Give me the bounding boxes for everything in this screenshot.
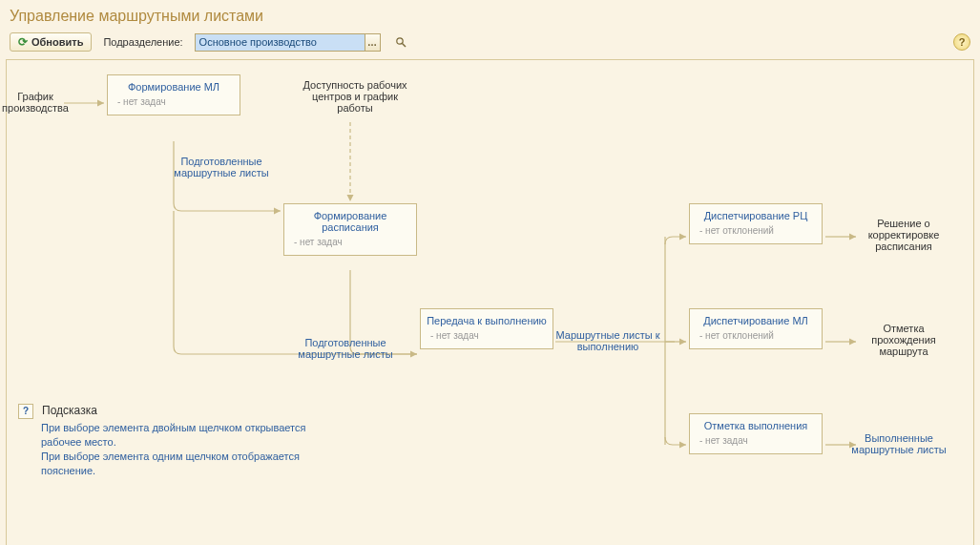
subdivision-combo[interactable]: Основное производство …: [195, 33, 381, 52]
svg-line-1: [402, 44, 406, 48]
hint-line1: При выборе элемента двойным щелчком откр…: [41, 421, 343, 450]
node-title: Диспетчирование РЦ: [696, 210, 816, 221]
search-icon[interactable]: [392, 36, 409, 48]
label-availability: Доступность рабочих центров и график раб…: [293, 79, 417, 114]
node-sub: - нет задач: [427, 330, 547, 341]
toolbar: ⟳ Обновить Подразделение: Основное произ…: [0, 29, 980, 59]
node-disp-rc[interactable]: Диспетчирование РЦ - нет отклонений: [689, 203, 823, 244]
label-prepared-2: Подготовленные маршрутные листы: [283, 337, 407, 360]
subdivision-value: Основное производство: [196, 34, 365, 51]
refresh-icon: ⟳: [18, 35, 28, 49]
label-mark-pass: Отметка прохождения маршрута: [851, 323, 956, 357]
refresh-label: Обновить: [31, 36, 83, 48]
node-sub: - нет задач: [696, 435, 816, 446]
subdivision-label: Подразделение:: [103, 36, 182, 48]
svg-point-0: [396, 38, 402, 44]
refresh-button[interactable]: ⟳ Обновить: [10, 32, 92, 52]
help-button[interactable]: ?: [953, 33, 970, 51]
node-title: Формирование МЛ: [114, 81, 234, 93]
node-sub: - нет отклонений: [696, 225, 816, 236]
label-prepared-1: Подготовленные маршрутные листы: [159, 156, 283, 178]
page-title: Управление маршрутными листами: [0, 0, 980, 29]
node-transfer[interactable]: Передача к выполнению - нет задач: [420, 308, 553, 349]
node-form-ml[interactable]: Формирование МЛ - нет задач: [107, 74, 240, 115]
node-title: Диспетчирование МЛ: [696, 315, 816, 326]
node-sub: - нет задач: [290, 237, 410, 247]
label-routes-exec: Маршрутные листы к выполнению: [555, 329, 660, 352]
node-disp-ml[interactable]: Диспетчирование МЛ - нет отклонений: [689, 308, 823, 349]
label-decision: Решение о корректировке расписания: [851, 218, 956, 252]
label-done-routes: Выполненные маршрутные листы: [842, 432, 956, 455]
node-title: Передача к выполнению: [427, 315, 547, 326]
node-sub: - нет задач: [114, 96, 234, 107]
node-form-schedule[interactable]: Формирование расписания - нет задач: [283, 203, 417, 256]
node-title: Отметка выполнения: [696, 420, 816, 431]
node-sub: - нет отклонений: [696, 330, 816, 341]
hint-title: Подсказка: [42, 404, 97, 417]
hint-line2: При выборе элемента одним щелчком отобра…: [41, 450, 343, 478]
node-title: Формирование расписания: [290, 210, 410, 233]
diagram-canvas: График производства Формирование МЛ - не…: [6, 59, 974, 545]
hint-box: ? Подсказка При выборе элемента двойным …: [18, 404, 343, 477]
question-icon: ?: [18, 404, 33, 419]
ellipsis-icon[interactable]: …: [365, 34, 380, 51]
node-mark-done[interactable]: Отметка выполнения - нет задач: [689, 413, 823, 454]
label-input-graph: График производства: [0, 91, 83, 114]
